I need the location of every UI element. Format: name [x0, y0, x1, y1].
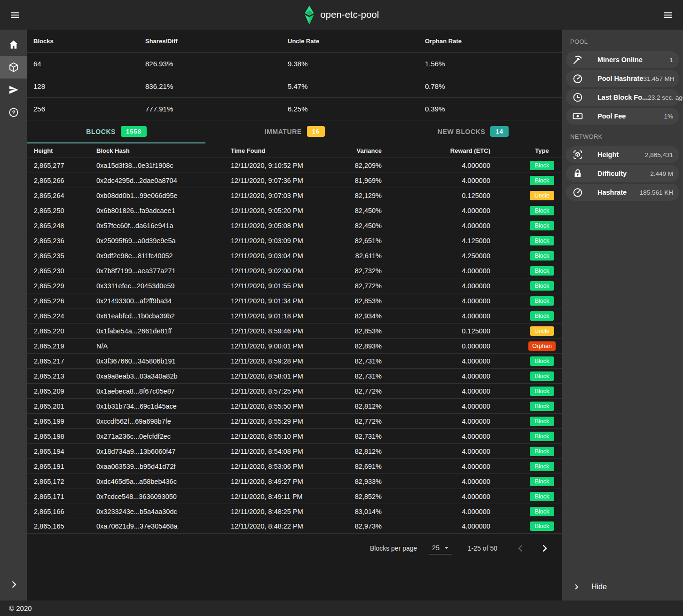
block-hash-cell: 0x61eabfcd...1b0cba39b2 — [96, 312, 231, 320]
tab-count-badge: 16 — [307, 126, 325, 137]
chevron-right-icon — [8, 579, 19, 590]
sidebar-item-home[interactable] — [0, 33, 27, 56]
stats-row: 256777.91%6.25%0.39% — [27, 98, 562, 120]
type-badge: Uncle — [530, 191, 554, 200]
type-cell: Block — [522, 447, 562, 456]
type-badge: Block — [530, 176, 554, 185]
stats-cell: 0.39% — [419, 105, 562, 113]
tab-new-blocks[interactable]: NEW BLOCKS14 — [384, 120, 562, 143]
topbar: open-etc-pool — [0, 0, 683, 30]
stats-cell: 826.93% — [139, 60, 282, 68]
type-cell: Block — [522, 521, 562, 531]
reward-cell: 4.000000 — [385, 222, 522, 229]
type-cell: Block — [522, 432, 562, 441]
time-found-cell: 12/11/2020, 9:07:36 PM — [231, 177, 350, 184]
type-cell: Block — [522, 251, 562, 261]
per-page-select[interactable]: 25 — [429, 543, 452, 554]
height-cell: 2,865,229 — [27, 282, 96, 290]
block-hash-cell: 0xaa063539...b95d41d72f — [96, 463, 231, 470]
table-row: 2,865,2770xa15d3f38...0e31f1908c12/11/20… — [27, 158, 562, 173]
type-badge: Block — [530, 507, 554, 516]
type-badge: Block — [530, 356, 554, 366]
block-hash-cell: 0x1b31b734...69c1d45ace — [96, 403, 231, 410]
type-cell: Block — [522, 221, 562, 230]
reward-cell: 0.125000 — [385, 192, 522, 199]
tabs-bar: BLOCKS1558IMMATURE16NEW BLOCKS14 — [27, 120, 562, 143]
type-cell: Block — [522, 176, 562, 185]
time-found-cell: 12/11/2020, 9:00:01 PM — [231, 342, 350, 350]
reward-cell: 4.125000 — [385, 237, 522, 245]
table-row: 2,865,219N/A12/11/2020, 9:00:01 PM82,893… — [27, 338, 562, 353]
variance-cell: 82,651% — [350, 237, 385, 245]
block-hash-cell: 0x7cdce548...3636093050 — [96, 493, 231, 500]
type-cell: Block — [522, 371, 562, 381]
table-row: 2,865,2500x6b801826...fa9adcaee112/11/20… — [27, 203, 562, 218]
blocks-header-row: HeightBlock HashTime FoundVarianceReward… — [27, 143, 562, 158]
variance-cell: 82,852% — [350, 493, 385, 500]
variance-cell: 82,209% — [350, 162, 385, 169]
block-hash-cell: 0xa15d3f38...0e31f1908c — [96, 162, 231, 169]
type-badge: Orphan — [528, 341, 556, 351]
variance-cell: 81,969% — [350, 177, 385, 184]
variance-cell: 82,129% — [350, 192, 385, 199]
reward-cell: 4.000000 — [385, 403, 522, 410]
stat-label: Last Block Fo... — [597, 94, 648, 101]
reward-cell: 4.000000 — [385, 433, 522, 440]
time-found-cell: 12/11/2020, 9:02:00 PM — [231, 267, 350, 275]
table-row: 2,865,1910xaa063539...b95d41d72f12/11/20… — [27, 458, 562, 474]
height-cell: 2,865,199 — [27, 418, 96, 425]
menu-toggle-button[interactable] — [8, 8, 22, 22]
expand-sidebar-button[interactable] — [0, 573, 27, 596]
block-hash-cell: 0x18d734a9...13b6060f47 — [96, 448, 231, 455]
reward-cell: 4.000000 — [385, 387, 522, 395]
luck-stats-table: BlocksShares/DiffUncle RateOrphan Rate64… — [27, 30, 562, 120]
time-found-cell: 12/11/2020, 8:49:27 PM — [231, 478, 350, 485]
time-found-cell: 12/11/2020, 8:48:22 PM — [231, 522, 350, 530]
pickaxe-icon — [572, 54, 583, 65]
type-badge: Block — [530, 447, 554, 456]
reward-cell: 4.000000 — [385, 418, 522, 425]
reward-cell: 4.000000 — [385, 297, 522, 305]
content-filler — [27, 563, 562, 600]
height-cell: 2,865,277 — [27, 162, 96, 169]
middle-region: ? BlocksShares/DiffUncle RateOrphan Rate… — [0, 30, 683, 600]
type-cell: Block — [522, 236, 562, 245]
sidebar-item-help[interactable]: ? — [0, 101, 27, 124]
type-cell: Block — [522, 161, 562, 170]
type-badge: Block — [530, 462, 554, 471]
block-hash-cell: N/A — [96, 342, 231, 350]
tab-blocks[interactable]: BLOCKS1558 — [27, 120, 205, 143]
next-page-button[interactable] — [538, 542, 551, 555]
chevron-left-icon — [515, 543, 526, 554]
variance-cell: 82,812% — [350, 448, 385, 455]
block-hash-cell: 0xdc465d5a...a58beb436c — [96, 478, 231, 485]
block-hash-cell: 0x3311efec...20453d0e59 — [96, 282, 231, 290]
block-hash-cell: 0xa9a8eab3...03a340a82b — [96, 372, 231, 380]
type-cell: Block — [522, 206, 562, 215]
sidebar-item-blocks[interactable] — [0, 56, 27, 79]
tab-immature[interactable]: IMMATURE16 — [205, 120, 384, 143]
send-icon — [8, 84, 19, 95]
time-found-cell: 12/11/2020, 9:01:34 PM — [231, 297, 350, 305]
stats-cell: 9.38% — [282, 60, 419, 68]
stats-header-cell: Blocks — [27, 38, 139, 45]
hide-sidebar-button[interactable]: Hide — [562, 573, 683, 600]
network-section-label: NETWORK — [562, 126, 683, 144]
copyright-text: © 2020 — [9, 604, 32, 612]
stats-header-cell: Orphan Rate — [419, 38, 562, 45]
stat-label: Pool Fee — [597, 112, 626, 120]
type-cell: Uncle — [522, 191, 562, 200]
pool-section-label: POOL — [562, 32, 683, 49]
sidebar-item-payments[interactable] — [0, 79, 27, 101]
type-badge: Block — [530, 251, 554, 261]
gauge-icon — [572, 73, 583, 84]
previous-page-button[interactable] — [514, 542, 527, 555]
height-cell: 2,865,191 — [27, 463, 96, 470]
blocks-per-page-label: Blocks per page — [370, 545, 417, 552]
variance-cell: 82,772% — [350, 418, 385, 425]
block-hash-cell: 0xb08dd0b1...99e066d95e — [96, 192, 231, 199]
height-cell: 2,865,209 — [27, 387, 96, 395]
right-menu-button[interactable] — [661, 8, 675, 22]
stat-value: 1 — [669, 56, 673, 63]
table-row: 2,865,2350x9df2e98e...811fc4005212/11/20… — [27, 248, 562, 263]
